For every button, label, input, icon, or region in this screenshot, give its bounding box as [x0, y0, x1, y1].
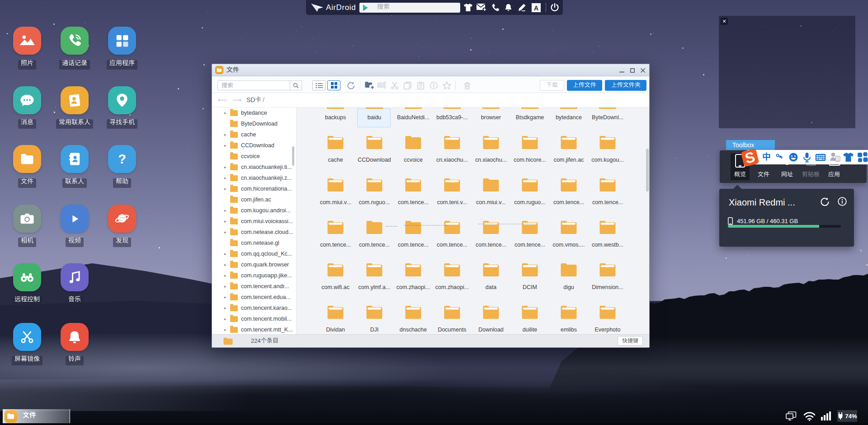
svg-text:A: A — [534, 4, 538, 11]
svg-text:RE: RE — [378, 84, 383, 87]
svg-text:?: ? — [118, 152, 126, 166]
